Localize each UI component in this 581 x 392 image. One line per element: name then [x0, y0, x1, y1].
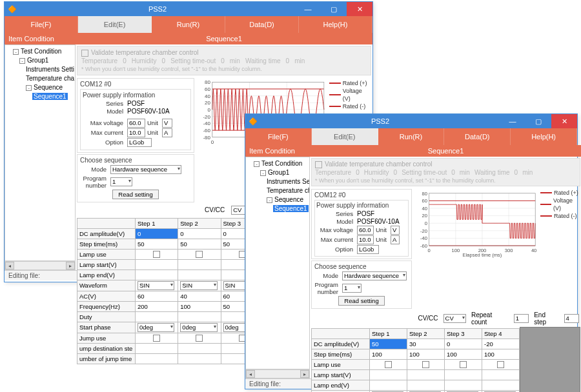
maximize-button[interactable]: ▢: [525, 114, 551, 128]
collapse-icon[interactable]: -: [26, 85, 32, 91]
end-step-input[interactable]: 4: [564, 314, 579, 323]
window-title: PSS2: [261, 117, 500, 125]
svg-text:-20: -20: [203, 114, 210, 120]
tree-view[interactable]: -Test Condition -Group1 Instruments Sett…: [245, 157, 310, 369]
menu-file[interactable]: File(F): [245, 128, 312, 145]
app-icon: 🔶: [248, 116, 258, 126]
status-bar: Editing file:: [8, 272, 40, 279]
minimize-button[interactable]: —: [500, 114, 525, 128]
close-button[interactable]: ✕: [347, 2, 372, 16]
close-button[interactable]: ✕: [551, 114, 577, 128]
maximize-button[interactable]: ▢: [321, 2, 347, 16]
program-select[interactable]: 1: [110, 177, 132, 186]
max-voltage-input[interactable]: 60.0: [127, 119, 145, 128]
svg-text:100: 100: [452, 247, 460, 253]
svg-text:0: 0: [425, 220, 427, 226]
svg-text:0: 0: [428, 247, 431, 253]
com-label: COM12 #0: [80, 81, 191, 88]
svg-text:300: 300: [505, 247, 513, 253]
menu-data[interactable]: Data(D): [225, 16, 299, 33]
collapse-icon[interactable]: -: [19, 58, 25, 64]
svg-text:0: 0: [207, 107, 210, 113]
svg-text:40: 40: [205, 93, 210, 99]
svg-text:80: 80: [422, 190, 427, 196]
option-input[interactable]: LGob: [127, 138, 152, 147]
svg-text:400: 400: [531, 247, 536, 253]
svg-text:60: 60: [422, 198, 427, 204]
svg-text:40: 40: [422, 206, 427, 211]
step-table[interactable]: Step 1Step 2Step 3Step 4DC amplitude(V)5…: [311, 328, 520, 392]
max-current-input[interactable]: 10.0: [127, 128, 145, 137]
scrollbar-h[interactable]: ◂▸: [245, 369, 310, 378]
svg-text:60: 60: [205, 86, 210, 92]
menu-run[interactable]: Run(R): [378, 128, 445, 145]
validate-checkbox[interactable]: [315, 161, 322, 168]
read-setting-button[interactable]: Read setting: [112, 190, 158, 199]
tree-header: Item Condition: [245, 145, 310, 157]
menu-file[interactable]: File(F): [5, 16, 78, 33]
scroll-right-icon[interactable]: ▸: [66, 262, 75, 270]
menu-help[interactable]: Help(H): [299, 16, 372, 33]
svg-text:-60: -60: [420, 243, 427, 249]
svg-text:0: 0: [211, 139, 214, 145]
minimize-button[interactable]: —: [295, 2, 321, 16]
scrollbar-h[interactable]: ◂ ▸: [5, 261, 76, 270]
menu-edit[interactable]: Edit(E): [312, 128, 378, 145]
sequence-header: Sequence1: [76, 33, 372, 44]
tree-header: Item Condition: [5, 33, 76, 44]
scroll-left-icon[interactable]: ◂: [5, 262, 14, 270]
collapse-icon[interactable]: -: [13, 49, 19, 55]
svg-text:-60: -60: [203, 128, 210, 133]
menu-data[interactable]: Data(D): [444, 128, 511, 145]
svg-text:-40: -40: [203, 121, 210, 126]
window-title: PSS2: [20, 5, 295, 13]
svg-text:20: 20: [422, 213, 427, 219]
svg-text:20: 20: [205, 100, 210, 106]
svg-text:-20: -20: [420, 228, 427, 234]
mode-select[interactable]: Hardware sequence: [110, 165, 181, 174]
plot-area: -60-40-200204060800100200300400Elapsed t…: [414, 189, 536, 260]
menu-help[interactable]: Help(H): [511, 128, 577, 145]
menu-edit[interactable]: Edit(E): [78, 16, 152, 33]
app-icon: 🔶: [7, 4, 17, 14]
svg-text:Elapsed time (ms): Elapsed time (ms): [463, 252, 502, 258]
validate-checkbox[interactable]: [81, 50, 88, 57]
svg-text:-80: -80: [203, 135, 210, 141]
tree-view[interactable]: -Test Condition -Group1 Instruments Sett…: [5, 44, 76, 261]
svg-text:-40: -40: [420, 235, 427, 241]
menu-run[interactable]: Run(R): [152, 16, 225, 33]
tree-selected[interactable]: Sequence1: [32, 93, 68, 100]
svg-text:80: 80: [205, 79, 210, 85]
